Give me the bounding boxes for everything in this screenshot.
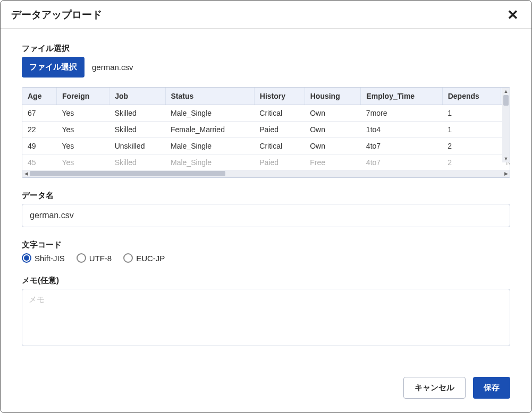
- table-cell: 2: [442, 138, 501, 154]
- table-cell: Yes: [56, 105, 109, 122]
- close-icon[interactable]: ✕: [505, 8, 521, 22]
- charset-radio-group: Shift-JIS UTF-8 EUC-JP: [22, 253, 510, 263]
- scroll-right-arrow-icon[interactable]: ▶: [502, 170, 510, 177]
- table-cell: Free: [305, 154, 361, 170]
- table-cell: 49: [22, 138, 56, 154]
- table-header: History: [254, 88, 305, 105]
- data-upload-dialog: データアップロード ✕ ファイル選択 ファイル選択 german.csv Age…: [0, 0, 532, 413]
- vertical-scroll-thumb[interactable]: [503, 95, 509, 106]
- table-cell: 22: [22, 122, 56, 138]
- scroll-left-arrow-icon[interactable]: ◀: [22, 170, 30, 177]
- table-row: 49YesUnskilledMale_SingleCriticalOwn4to7…: [22, 138, 510, 154]
- preview-table: Age Foreign Job Status History Housing E…: [22, 88, 510, 170]
- charset-radio-label: Shift-JIS: [35, 254, 65, 263]
- table-cell: 7more: [361, 105, 442, 122]
- charset-radio-label: EUC-JP: [136, 254, 165, 263]
- table-cell: Critical: [254, 105, 305, 122]
- table-header-row: Age Foreign Job Status History Housing E…: [22, 88, 510, 105]
- charset-radio-utf8[interactable]: UTF-8: [77, 253, 112, 263]
- preview-table-wrap: Age Foreign Job Status History Housing E…: [22, 87, 510, 178]
- file-select-button[interactable]: ファイル選択: [22, 57, 85, 78]
- table-cell: 1: [442, 122, 501, 138]
- memo-textarea[interactable]: [22, 289, 510, 346]
- scroll-up-arrow-icon[interactable]: ▲: [502, 88, 510, 95]
- table-cell: Paied: [254, 154, 305, 170]
- table-cell: 67: [22, 105, 56, 122]
- table-cell: Skilled: [109, 154, 165, 170]
- table-cell: Unskilled: [109, 138, 165, 154]
- dialog-header: データアップロード ✕: [1, 1, 531, 29]
- charset-radio-label: UTF-8: [89, 254, 112, 263]
- memo-label: メモ(任意): [22, 276, 510, 286]
- file-select-label: ファイル選択: [22, 44, 510, 54]
- table-header: Job: [109, 88, 165, 105]
- data-name-input[interactable]: [22, 204, 510, 227]
- file-selected-name: german.csv: [92, 63, 133, 72]
- table-header: Depends: [442, 88, 501, 105]
- dialog-footer: キャンセル 保存: [1, 371, 531, 412]
- table-cell: 1to4: [361, 122, 442, 138]
- table-cell: 2: [442, 154, 501, 170]
- table-cell: Female_Married: [165, 122, 254, 138]
- table-cell: Yes: [56, 138, 109, 154]
- save-button[interactable]: 保存: [473, 377, 510, 399]
- table-cell: 4to7: [361, 154, 442, 170]
- preview-table-scroll[interactable]: Age Foreign Job Status History Housing E…: [22, 88, 510, 170]
- table-cell: Male_Single: [165, 138, 254, 154]
- table-header: Housing: [305, 88, 361, 105]
- dialog-body: ファイル選択 ファイル選択 german.csv Age Foreign Job…: [1, 29, 531, 371]
- table-cell: Skilled: [109, 122, 165, 138]
- table-header: Status: [165, 88, 254, 105]
- charset-radio-eucjp[interactable]: EUC-JP: [123, 253, 165, 263]
- table-header: Age: [22, 88, 56, 105]
- horizontal-scroll-thumb[interactable]: [30, 171, 225, 176]
- table-cell: Own: [305, 138, 361, 154]
- data-name-label: データ名: [22, 191, 510, 201]
- cancel-button[interactable]: キャンセル: [403, 377, 466, 399]
- table-cell: Own: [305, 105, 361, 122]
- horizontal-scrollbar[interactable]: ◀ ▶: [22, 170, 510, 177]
- table-cell: 4to7: [361, 138, 442, 154]
- table-cell: Male_Single: [165, 154, 254, 170]
- table-cell: Own: [305, 122, 361, 138]
- charset-radio-shiftjis[interactable]: Shift-JIS: [22, 253, 65, 263]
- vertical-scrollbar[interactable]: ▲ ▼: [502, 88, 510, 162]
- radio-checked-icon: [22, 253, 31, 263]
- table-cell: 1: [442, 105, 501, 122]
- file-select-row: ファイル選択 german.csv: [22, 57, 510, 78]
- table-cell: 45: [22, 154, 56, 170]
- table-cell: Yes: [56, 154, 109, 170]
- radio-unchecked-icon: [77, 253, 86, 263]
- table-cell: Paied: [254, 122, 305, 138]
- table-header: Employ_Time: [361, 88, 442, 105]
- radio-unchecked-icon: [123, 253, 133, 263]
- charset-label: 文字コード: [22, 240, 510, 250]
- table-row: 67YesSkilledMale_SingleCriticalOwn7more1…: [22, 105, 510, 122]
- table-cell: Yes: [56, 122, 109, 138]
- scroll-down-arrow-icon[interactable]: ▼: [502, 155, 510, 162]
- table-cell: Skilled: [109, 105, 165, 122]
- table-row: 45YesSkilledMale_SinglePaiedFree4to72Neg: [22, 154, 510, 170]
- table-row: 22YesSkilledFemale_MarriedPaiedOwn1to410…: [22, 122, 510, 138]
- table-cell: Critical: [254, 138, 305, 154]
- table-cell: Male_Single: [165, 105, 254, 122]
- table-header: Foreign: [56, 88, 109, 105]
- dialog-title: データアップロード: [11, 8, 102, 22]
